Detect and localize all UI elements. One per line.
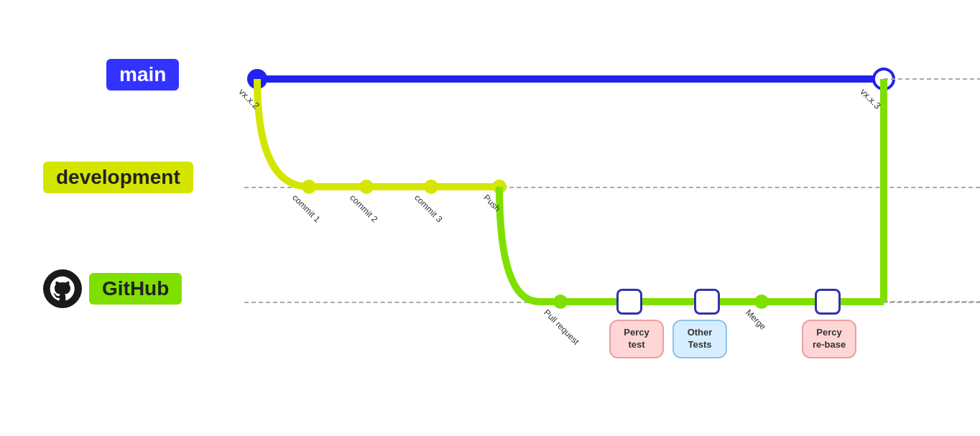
github-label: GitHub [89,273,182,305]
diagram-container: main development GitHub vx.x.2 vx.x.3 co… [0,0,980,436]
percy-rebase-card: Percyre-base [802,320,856,358]
svg-point-7 [424,180,438,194]
svg-point-5 [302,180,316,194]
svg-point-6 [359,180,374,194]
other-tests-ci-box[interactable] [694,289,720,315]
svg-point-10 [553,294,568,309]
main-label: main [106,59,179,91]
percy-test-ci-box[interactable] [616,289,642,315]
svg-point-11 [754,294,769,309]
github-wrap: GitHub [43,269,182,308]
rebase-ci-box[interactable] [815,289,841,315]
development-label: development [43,162,193,193]
svg-point-14 [43,269,82,308]
github-icon [43,269,82,308]
percy-test-card: Percytest [609,320,664,358]
other-tests-card: OtherTests [672,320,727,358]
